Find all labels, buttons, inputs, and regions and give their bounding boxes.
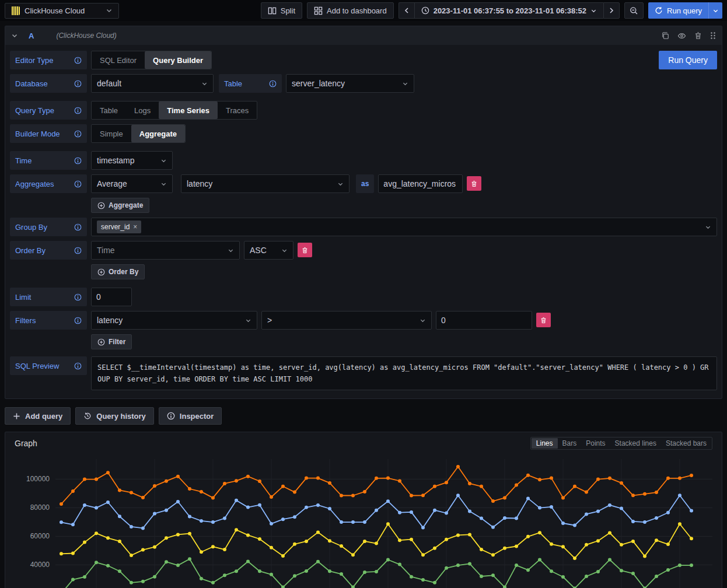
eye-icon[interactable] [677, 32, 686, 40]
query-footer: Add query Query history Inspector [5, 407, 722, 425]
run-query-editor-button[interactable]: Run Query [659, 51, 717, 69]
drag-handle-icon[interactable] [710, 32, 716, 40]
add-aggregate-label: Aggregate [109, 201, 143, 209]
info-icon[interactable] [74, 80, 82, 88]
time-shift-forward-button[interactable] [603, 2, 620, 19]
time-column-value: timestamp [97, 156, 135, 165]
run-query-button[interactable]: Run query [648, 2, 708, 19]
filters-label: Filters [15, 316, 36, 325]
add-order-by-button[interactable]: Order By [91, 264, 145, 279]
info-icon[interactable] [74, 157, 82, 164]
info-icon[interactable] [74, 57, 82, 64]
info-icon[interactable] [74, 317, 82, 324]
add-filter-button[interactable]: Filter [91, 334, 132, 349]
topbar-actions: Split Add to dashboard 2023-11-01 06:37:… [261, 2, 722, 19]
query-datasource-hint: (ClickHouse Cloud) [56, 32, 116, 40]
time-label: Time [15, 156, 32, 165]
remove-tag-icon[interactable]: × [133, 223, 137, 231]
order-by-direction-value: ASC [250, 246, 267, 255]
info-icon[interactable] [74, 362, 82, 370]
graph-mode-lines[interactable]: Lines [532, 438, 558, 449]
info-circle-icon [167, 412, 175, 420]
builder-mode-option-aggregate[interactable]: Aggregate [131, 125, 185, 142]
graph-mode-stacked-bars[interactable]: Stacked bars [661, 438, 711, 449]
database-table-row: Database default Table server_latency [10, 74, 717, 93]
time-range-button[interactable]: 2023-11-01 06:37:55 to 2023-11-01 06:38:… [414, 2, 603, 19]
builder-mode-label-box: Builder Mode [10, 124, 87, 143]
remove-aggregate-button[interactable] [467, 176, 481, 191]
query-editor-card: A (ClickHouse Cloud) Run Query Editor Ty… [5, 26, 722, 399]
query-type-option-traces[interactable]: Traces [218, 102, 257, 119]
query-type-option-logs[interactable]: Logs [126, 102, 159, 119]
group-by-select[interactable]: server_id × [91, 218, 717, 236]
graph-mode-bars[interactable]: Bars [558, 438, 582, 449]
clickhouse-logo-icon [11, 6, 20, 15]
query-type-option-table[interactable]: Table [92, 102, 126, 119]
add-to-dashboard-button[interactable]: Add to dashboard [307, 2, 394, 19]
duplicate-icon[interactable] [661, 32, 669, 40]
graph-mode-radio-group: Lines Bars Points Stacked lines Stacked … [530, 437, 712, 450]
chevron-down-icon [201, 80, 208, 87]
editor-type-option-query-builder[interactable]: Query Builder [145, 51, 211, 69]
time-label-box: Time [10, 151, 87, 170]
aggregates-row: Aggregates Average latency as [10, 174, 717, 193]
run-query-dropdown-button[interactable] [708, 2, 722, 19]
order-by-direction-select[interactable]: ASC [244, 241, 293, 260]
builder-mode-option-simple[interactable]: Simple [92, 125, 131, 142]
graph-mode-stacked-lines[interactable]: Stacked lines [610, 438, 661, 449]
time-shift-back-button[interactable] [399, 2, 414, 19]
aggregate-column-value: latency [187, 179, 212, 188]
add-query-button[interactable]: Add query [5, 407, 71, 425]
database-label: Database [15, 79, 48, 88]
filter-field-select[interactable]: latency [91, 311, 257, 330]
aggregate-alias-input[interactable] [378, 174, 463, 193]
info-icon[interactable] [74, 293, 82, 301]
split-button[interactable]: Split [261, 2, 302, 19]
info-icon[interactable] [74, 180, 82, 188]
info-icon[interactable] [74, 247, 82, 254]
limit-label: Limit [15, 293, 31, 302]
remove-order-by-button[interactable] [298, 243, 312, 257]
add-filter-label: Filter [109, 338, 125, 346]
database-select[interactable]: default [91, 74, 214, 93]
add-aggregate-button[interactable]: Aggregate [91, 198, 149, 213]
query-header-actions [661, 32, 716, 40]
zoom-out-button[interactable] [624, 2, 644, 19]
filter-value-input[interactable] [436, 311, 532, 330]
split-icon [268, 6, 277, 15]
database-value: default [97, 79, 121, 88]
clock-icon [421, 6, 429, 15]
filter-field-value: latency [97, 316, 123, 325]
split-label: Split [281, 6, 295, 15]
order-by-field-select[interactable]: Time [91, 241, 240, 260]
topbar: ClickHouse Cloud Split Add to dashboard [0, 0, 727, 21]
collapse-chevron-icon[interactable] [11, 32, 18, 39]
time-row: Time timestamp [10, 151, 717, 170]
database-label-box: Database [10, 74, 87, 93]
query-type-option-time-series[interactable]: Time Series [159, 102, 218, 119]
time-column-select[interactable]: timestamp [91, 151, 173, 170]
run-query-split-button: Run query [648, 2, 722, 19]
timeseries-chart[interactable]: 2000040000600008000010000006:38:0006:38:… [10, 453, 717, 588]
limit-input[interactable] [91, 288, 132, 306]
aggregate-column-select[interactable]: latency [181, 174, 349, 193]
info-icon[interactable] [269, 80, 277, 88]
dashboard-grid-icon [314, 6, 323, 15]
query-type-radio-group: Table Logs Time Series Traces [91, 101, 257, 120]
info-icon[interactable] [74, 107, 82, 114]
aggregate-function-select[interactable]: Average [91, 174, 173, 193]
query-history-button[interactable]: Query history [75, 407, 154, 425]
plus-circle-icon [97, 338, 105, 346]
graph-panel: Graph Lines Bars Points Stacked lines St… [5, 432, 722, 588]
graph-mode-points[interactable]: Points [581, 438, 610, 449]
table-select[interactable]: server_latency [286, 74, 414, 93]
trash-icon[interactable] [694, 32, 702, 40]
filter-operator-select[interactable]: > [261, 311, 432, 330]
info-icon[interactable] [74, 223, 82, 231]
inspector-button[interactable]: Inspector [159, 407, 222, 425]
remove-filter-button[interactable] [536, 313, 551, 327]
datasource-picker[interactable]: ClickHouse Cloud [5, 3, 119, 19]
info-icon[interactable] [74, 130, 82, 138]
editor-type-option-sql-editor[interactable]: SQL Editor [92, 51, 145, 69]
run-query-label: Run query [667, 6, 702, 15]
